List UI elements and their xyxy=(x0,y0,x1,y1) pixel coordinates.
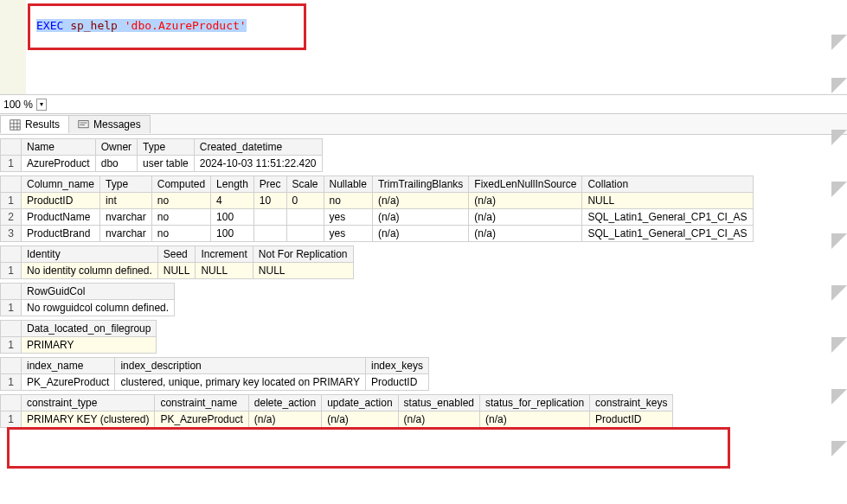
cell[interactable]: NULL xyxy=(582,193,753,209)
column-header[interactable]: Owner xyxy=(95,139,137,156)
cell[interactable] xyxy=(253,226,286,242)
cell[interactable]: (n/a) xyxy=(372,226,468,242)
tab-messages[interactable]: Messages xyxy=(68,115,151,133)
table-row[interactable]: 2ProductNamenvarcharno100yes(n/a)(n/a)SQ… xyxy=(1,209,754,226)
cell[interactable]: (n/a) xyxy=(372,193,468,209)
cell[interactable]: SQL_Latin1_General_CP1_CI_AS xyxy=(582,209,753,226)
column-header[interactable]: Created_datetime xyxy=(194,139,322,156)
table-row[interactable]: 1AzureProductdbouser table2024-10-03 11:… xyxy=(1,156,323,172)
cell[interactable]: no xyxy=(151,226,210,242)
cell[interactable]: (n/a) xyxy=(469,193,582,209)
cell[interactable]: (n/a) xyxy=(398,411,479,428)
cell[interactable]: 10 xyxy=(253,193,286,209)
column-header[interactable]: status_for_replication xyxy=(479,395,589,411)
column-header[interactable]: index_keys xyxy=(365,358,428,374)
cell[interactable]: No rowguidcol column defined. xyxy=(22,300,175,316)
cell[interactable] xyxy=(253,209,286,226)
cell[interactable]: (n/a) xyxy=(469,226,582,242)
table-row[interactable]: 1PRIMARY xyxy=(1,337,157,354)
cell[interactable]: clustered, unique, primary key located o… xyxy=(115,374,366,391)
row-number: 1 xyxy=(1,300,22,316)
column-header[interactable]: Nullable xyxy=(324,176,372,193)
zoom-dropdown[interactable]: ▾ xyxy=(36,99,47,111)
cell[interactable]: ProductID xyxy=(590,411,673,428)
column-header[interactable]: Type xyxy=(138,139,195,156)
cell[interactable]: (n/a) xyxy=(322,411,398,428)
column-header[interactable]: FixedLenNullInSource xyxy=(469,176,582,193)
cell[interactable]: NULL xyxy=(253,263,353,279)
cell[interactable]: yes xyxy=(324,209,372,226)
column-header[interactable]: Not For Replication xyxy=(253,246,353,263)
cell[interactable]: (n/a) xyxy=(372,209,468,226)
row-number: 1 xyxy=(1,263,22,279)
cell[interactable]: PK_AzureProduct xyxy=(155,411,248,428)
column-header[interactable]: Length xyxy=(211,176,254,193)
column-header[interactable]: constraint_keys xyxy=(590,395,673,411)
cell[interactable]: PRIMARY KEY (clustered) xyxy=(22,411,155,428)
cell[interactable]: ProductBrand xyxy=(22,226,100,242)
column-header[interactable]: status_enabled xyxy=(398,395,479,411)
cell[interactable]: yes xyxy=(324,226,372,242)
cell[interactable]: NULL xyxy=(157,263,196,279)
cell[interactable]: ProductID xyxy=(365,374,428,391)
cell[interactable]: user table xyxy=(138,156,195,172)
column-header[interactable]: Name xyxy=(22,139,96,156)
column-header[interactable]: Increment xyxy=(196,246,253,263)
table-row[interactable]: 1ProductIDintno4100no(n/a)(n/a)NULL xyxy=(1,193,754,209)
cell[interactable]: dbo xyxy=(95,156,137,172)
cell[interactable]: (n/a) xyxy=(248,411,321,428)
cell[interactable]: int xyxy=(100,193,152,209)
cell[interactable] xyxy=(286,209,324,226)
table-row[interactable]: 3ProductBrandnvarcharno100yes(n/a)(n/a)S… xyxy=(1,226,754,242)
column-header[interactable]: Seed xyxy=(157,246,196,263)
column-header[interactable]: Type xyxy=(100,176,152,193)
column-header[interactable]: Collation xyxy=(582,176,753,193)
table-row[interactable]: 1PK_AzureProductclustered, unique, prima… xyxy=(1,374,429,391)
cell[interactable]: ProductID xyxy=(22,193,100,209)
cell[interactable]: PK_AzureProduct xyxy=(22,374,115,391)
cell[interactable]: No identity column defined. xyxy=(22,263,158,279)
result-grid-table1: NameOwnerTypeCreated_datetime1AzureProdu… xyxy=(0,138,847,172)
cell[interactable]: AzureProduct xyxy=(22,156,96,172)
cell[interactable]: 0 xyxy=(286,193,324,209)
table-row[interactable]: 1No rowguidcol column defined. xyxy=(1,300,175,316)
cell[interactable]: (n/a) xyxy=(479,411,589,428)
cell[interactable]: ProductName xyxy=(22,209,100,226)
column-header[interactable]: Prec xyxy=(253,176,286,193)
cell[interactable]: nvarchar xyxy=(100,209,152,226)
column-header[interactable]: index_description xyxy=(115,358,366,374)
result-grid-table4: RowGuidCol1No rowguidcol column defined. xyxy=(0,283,847,316)
column-header[interactable]: Computed xyxy=(151,176,210,193)
column-header[interactable]: index_name xyxy=(22,358,115,374)
row-number: 1 xyxy=(1,337,22,354)
cell[interactable]: no xyxy=(324,193,372,209)
column-header[interactable]: Identity xyxy=(22,246,158,263)
column-header[interactable]: constraint_name xyxy=(155,395,248,411)
column-header[interactable]: Data_located_on_filegroup xyxy=(22,321,157,337)
cell[interactable]: 100 xyxy=(211,226,254,242)
cell[interactable]: 4 xyxy=(211,193,254,209)
cell[interactable]: nvarchar xyxy=(100,226,152,242)
cell[interactable]: (n/a) xyxy=(469,209,582,226)
tab-results[interactable]: Results xyxy=(0,115,69,133)
cell[interactable]: no xyxy=(151,193,210,209)
column-header[interactable]: RowGuidCol xyxy=(22,284,175,300)
column-header[interactable]: Column_name xyxy=(22,176,100,193)
column-header[interactable]: TrimTrailingBlanks xyxy=(372,176,468,193)
column-header[interactable]: Scale xyxy=(286,176,324,193)
column-header[interactable]: constraint_type xyxy=(22,395,155,411)
table-row[interactable]: 1PRIMARY KEY (clustered)PK_AzureProduct(… xyxy=(1,411,673,428)
cell[interactable]: 100 xyxy=(211,209,254,226)
cell[interactable] xyxy=(286,226,324,242)
result-grid-table6: index_nameindex_descriptionindex_keys1PK… xyxy=(0,357,847,391)
tab-messages-label: Messages xyxy=(93,118,141,131)
cell[interactable]: 2024-10-03 11:51:22.420 xyxy=(194,156,322,172)
table-row[interactable]: 1No identity column defined.NULLNULLNULL xyxy=(1,263,354,279)
cell[interactable]: NULL xyxy=(196,263,253,279)
column-header[interactable]: delete_action xyxy=(248,395,321,411)
cell[interactable]: SQL_Latin1_General_CP1_CI_AS xyxy=(582,226,753,242)
column-header[interactable]: update_action xyxy=(322,395,398,411)
cell[interactable]: no xyxy=(151,209,210,226)
row-number-header xyxy=(1,246,22,263)
cell[interactable]: PRIMARY xyxy=(22,337,157,354)
